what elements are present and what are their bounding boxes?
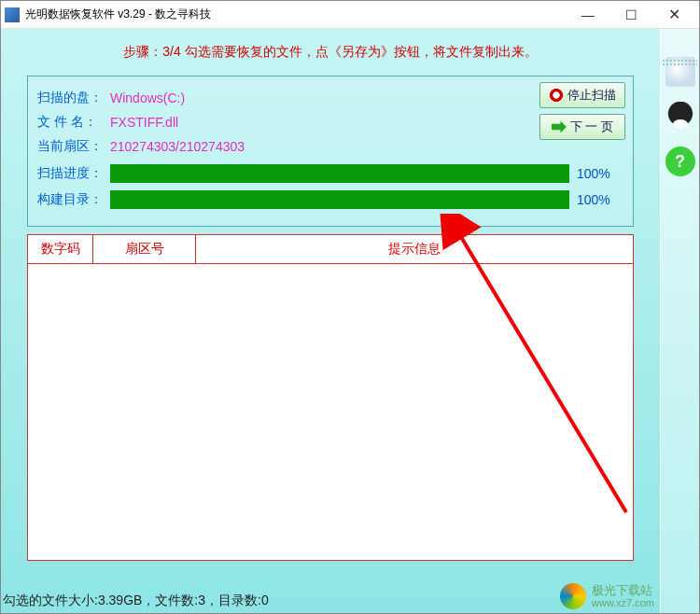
help-icon[interactable]: ? [665,147,695,176]
status-bar: 勾选的文件大小:3.39GB，文件数:3，目录数:0 [3,593,269,609]
disk-row: 扫描的盘： Windows(C:) [37,88,623,108]
titlebar: 光明数据恢复软件 v3.29 - 数之寻科技 — ☐ ✕ [1,1,699,29]
sector-row: 当前扇区： 210274303/210274303 [37,136,623,157]
main-panel: 步骤：3/4 勾选需要恢复的文件，点《另存为》按钮，将文件复制出来。 停止扫描 … [1,29,660,613]
scan-progress-row: 扫描进度： 100% [37,164,623,183]
col-number-code[interactable]: 数字码 [28,235,93,263]
sector-label: 当前扇区： [37,138,110,155]
app-icon [5,7,20,22]
client-area: 步骤：3/4 勾选需要恢复的文件，点《另存为》按钮，将文件复制出来。 停止扫描 … [1,29,699,613]
next-page-label: 下 一 页 [570,119,613,135]
arrow-right-icon [552,119,567,134]
action-buttons: 停止扫描 下 一 页 [539,82,625,140]
app-window: 光明数据恢复软件 v3.29 - 数之寻科技 — ☐ ✕ 步骤：3/4 勾选需要… [0,0,700,614]
filename-row: 文 件 名： FXSTIFF.dll [37,112,623,133]
col-hint-info[interactable]: 提示信息 [196,235,633,263]
close-button[interactable]: ✕ [652,2,695,28]
stop-scan-button[interactable]: 停止扫描 [539,82,625,108]
watermark-text: 极光下载站 www.xz7.com [592,584,654,608]
sector-value: 210274303/210274303 [110,139,245,154]
filename-value: FXSTIFF.dll [110,115,178,130]
result-table: 数字码 扇区号 提示信息 [27,234,634,561]
scan-progress-label: 扫描进度： [37,165,110,182]
build-progress-row: 构建目录： 100% [37,190,623,209]
step-instruction: 步骤：3/4 勾选需要恢复的文件，点《另存为》按钮，将文件复制出来。 [1,29,660,70]
scan-progress-bar [110,164,569,183]
col-sector-number[interactable]: 扇区号 [93,235,196,263]
window-title: 光明数据恢复软件 v3.29 - 数之寻科技 [25,7,567,22]
table-body[interactable] [27,264,634,561]
maximize-button[interactable]: ☐ [609,2,652,28]
qq-penguin-icon[interactable] [665,102,695,132]
window-controls: — ☐ ✕ [567,2,695,28]
watermark-url: www.xz7.com [592,597,654,608]
build-progress-bar [110,190,569,209]
watermark: 极光下载站 www.xz7.com [560,583,654,609]
stop-scan-label: 停止扫描 [567,87,616,104]
next-page-button[interactable]: 下 一 页 [539,114,625,140]
disk-label: 扫描的盘： [37,90,110,106]
watermark-name: 极光下载站 [592,584,654,597]
side-toolbar: ? [660,29,699,613]
resize-grip [662,59,697,66]
scan-info-panel: 停止扫描 下 一 页 扫描的盘： Windows(C:) 文 件 名： FXST… [27,76,634,227]
disk-value: Windows(C:) [110,91,185,105]
build-progress-label: 构建目录： [37,191,110,208]
build-progress-percent: 100% [577,192,623,207]
scan-progress-percent: 100% [577,166,623,181]
minimize-button[interactable]: — [567,2,609,28]
watermark-logo-icon [560,583,586,609]
table-header: 数字码 扇区号 提示信息 [27,234,634,264]
stop-icon [549,88,564,103]
filename-label: 文 件 名： [37,114,110,131]
